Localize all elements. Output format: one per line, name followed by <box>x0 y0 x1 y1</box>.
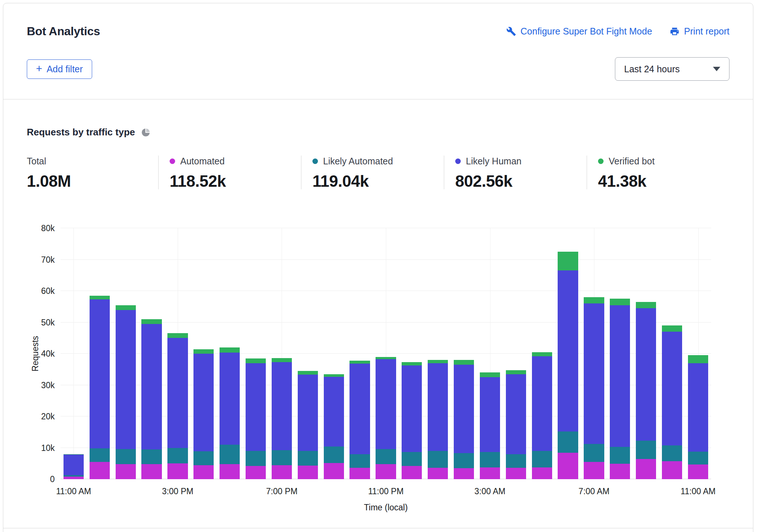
bar-segment <box>376 359 396 449</box>
bar-segment <box>454 360 474 365</box>
bar-segment <box>610 305 630 447</box>
bar-segment <box>298 466 318 479</box>
configure-super-bot-fight-mode-link[interactable]: Configure Super Bot Fight Mode <box>506 26 652 37</box>
wrench-icon <box>506 26 516 36</box>
chart-bar[interactable] <box>425 228 451 479</box>
x-tick-label: 11:00 AM <box>681 487 716 496</box>
bar-segment <box>193 465 214 479</box>
stat-automated-value: 118.52k <box>170 173 301 189</box>
chart-bar[interactable] <box>347 228 373 479</box>
stat-likely-automated[interactable]: Likely Automated 119.04k <box>301 156 444 189</box>
bar-segment <box>90 462 110 479</box>
chart-bar[interactable] <box>373 228 399 479</box>
chart-bar[interactable] <box>633 228 659 479</box>
chart-bar[interactable] <box>607 228 633 479</box>
header: Bot Analytics Configure Super Bot Fight … <box>3 3 753 99</box>
chart-bar[interactable] <box>581 228 607 479</box>
bar-segment <box>141 319 162 324</box>
bar-segment <box>558 431 578 453</box>
print-report-link[interactable]: Print report <box>670 26 729 37</box>
bar-segment <box>141 324 162 449</box>
bar-segment <box>402 452 422 466</box>
bar-segment <box>193 349 214 354</box>
bar-segment <box>167 448 188 464</box>
bar-segment <box>610 464 630 479</box>
chart-bar[interactable] <box>399 228 425 479</box>
chart-bar[interactable] <box>451 228 477 479</box>
bar-segment <box>64 455 84 475</box>
bar-segment <box>324 377 344 447</box>
stat-likely-human[interactable]: Likely Human 802.56k <box>444 156 587 189</box>
bar-segment <box>428 451 448 468</box>
add-filter-label: Add filter <box>47 64 83 74</box>
bar-segment <box>272 450 292 465</box>
bar-segment <box>662 445 682 462</box>
bar-segment <box>688 363 708 452</box>
chart-bar[interactable] <box>295 228 321 479</box>
chart-bar[interactable] <box>321 228 347 479</box>
chart-bar[interactable] <box>685 228 711 479</box>
bar-segment <box>246 358 266 363</box>
y-tick-label: 30k <box>41 381 55 389</box>
chart-bar[interactable] <box>217 228 243 479</box>
chart-bar[interactable] <box>477 228 503 479</box>
bar-segment <box>116 310 136 449</box>
bar-segment <box>480 377 500 452</box>
bar-segment <box>246 466 266 479</box>
bar-segment <box>64 477 84 479</box>
chart-bar[interactable] <box>659 228 685 479</box>
stat-verified-bot[interactable]: Verified bot 41.38k <box>587 156 729 189</box>
bar-segment <box>506 374 526 454</box>
bar-segment <box>610 299 630 305</box>
chart-bar[interactable] <box>61 228 87 479</box>
bar-segment <box>298 375 318 451</box>
bar-segment <box>532 451 552 467</box>
stat-likely-automated-label: Likely Automated <box>323 156 393 167</box>
bar-segment <box>532 356 552 451</box>
chart-bar[interactable] <box>139 228 165 479</box>
time-range-select[interactable]: Last 24 hours <box>615 57 729 81</box>
bar-segment <box>349 468 370 479</box>
add-filter-button[interactable]: + Add filter <box>27 59 92 79</box>
chart-bar[interactable] <box>529 228 555 479</box>
bot-analytics-card: Bot Analytics Configure Super Bot Fight … <box>3 3 753 532</box>
bar-segment <box>220 347 240 353</box>
page-title: Bot Analytics <box>27 25 100 38</box>
bar-segment <box>506 468 526 479</box>
stat-automated[interactable]: Automated 118.52k <box>158 156 301 189</box>
stat-likely-human-value: 802.56k <box>455 173 587 189</box>
chart-bar[interactable] <box>503 228 529 479</box>
bars <box>61 228 711 479</box>
bar-segment <box>90 448 110 462</box>
x-tick-label: 3:00 PM <box>162 487 193 496</box>
chart-bar[interactable] <box>113 228 139 479</box>
requests-by-traffic-type-section: Requests by traffic type Total 1.08M Aut… <box>3 99 753 528</box>
chart-bar[interactable] <box>191 228 217 479</box>
stat-verified-bot-label: Verified bot <box>609 156 655 167</box>
bar-segment <box>480 452 500 467</box>
bar-segment <box>116 464 136 479</box>
chart-bar[interactable] <box>555 228 581 479</box>
stat-verified-bot-value: 41.38k <box>598 173 729 189</box>
y-tick-label: 10k <box>41 444 55 452</box>
chart-bar[interactable] <box>165 228 191 479</box>
bar-segment <box>141 449 162 464</box>
bar-segment <box>193 354 214 451</box>
bar-segment <box>246 451 266 466</box>
chart-bar[interactable] <box>243 228 269 479</box>
bar-segment <box>298 451 318 466</box>
stat-likely-automated-value: 119.04k <box>312 173 444 189</box>
section-title: Requests by traffic type <box>27 127 135 138</box>
legend-dot-likely-automated <box>312 158 318 164</box>
chart-bar[interactable] <box>269 228 295 479</box>
bar-segment <box>558 252 578 270</box>
stat-total[interactable]: Total 1.08M <box>27 156 158 189</box>
plus-icon: + <box>36 63 42 74</box>
chart-bar[interactable] <box>87 228 113 479</box>
bar-segment <box>298 371 318 375</box>
bar-segment <box>272 362 292 450</box>
bar-segment <box>428 468 448 479</box>
bar-segment <box>636 308 656 441</box>
bar-segment <box>116 305 136 310</box>
traffic-type-stats: Total 1.08M Automated 118.52k Likely Aut… <box>27 156 729 189</box>
